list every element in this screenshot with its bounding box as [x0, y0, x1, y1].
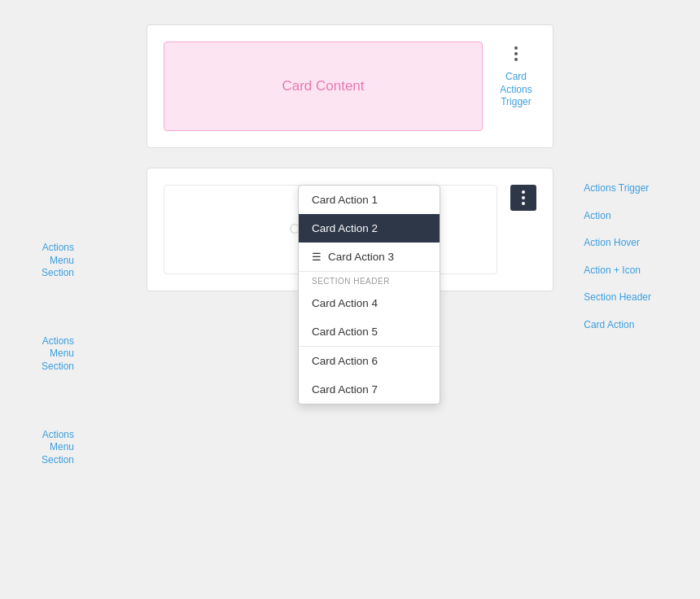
menu-item-5-label: Card Action 5	[312, 326, 378, 338]
card1-content-box: Card Content	[164, 42, 483, 131]
dot-3	[514, 58, 518, 61]
section-label-1: ActionsMenuSection	[42, 242, 74, 280]
menu-item-1-label: Card Action 1	[312, 194, 378, 206]
dot-a2	[522, 196, 525, 199]
annotation-action-hover: Action Hover	[584, 237, 640, 250]
menu-item-4[interactable]: Card Action 4	[299, 289, 440, 317]
dot-2	[514, 52, 518, 55]
section-label-3: ActionsMenuSection	[42, 429, 74, 467]
right-annotations: Actions Trigger Action Action Hover Acti…	[584, 182, 651, 332]
menu-item-6[interactable]: Card Action 6	[299, 347, 440, 375]
card1-three-dots-button[interactable]	[504, 42, 528, 66]
annotation-action: Action	[584, 210, 610, 223]
menu-item-3-label: Card Action 3	[328, 251, 394, 263]
menu-item-7-label: Card Action 7	[312, 383, 378, 396]
menu-item-1[interactable]: Card Action 1	[299, 186, 440, 214]
menu-item-2-label: Card Action 2	[312, 222, 378, 234]
card2-wrapper: Card Content Card Action 1 Card Action 2…	[147, 168, 553, 291]
annotation-action-icon: Action + Icon	[584, 265, 641, 278]
menu-item-7[interactable]: Card Action 7	[299, 375, 440, 404]
dot-a3	[522, 202, 525, 205]
card2-three-dots-button[interactable]	[510, 185, 536, 211]
actions-dropdown-menu: Card Action 1 Card Action 2 ☰ Card Actio…	[298, 185, 440, 404]
menu-item-4-label: Card Action 4	[312, 297, 378, 309]
annotation-section-header: Section Header	[584, 291, 651, 304]
menu-section-header: SECTION HEADER	[299, 271, 440, 289]
menu-item-6-label: Card Action 6	[312, 355, 378, 367]
section-label-2: ActionsMenuSection	[42, 335, 74, 374]
dot-1	[514, 46, 518, 50]
card1-trigger-label: CardActionsTrigger	[500, 71, 532, 109]
annotation-actions-trigger: Actions Trigger	[584, 182, 649, 195]
dot-a1	[522, 190, 525, 194]
card1-trigger-area: CardActionsTrigger	[496, 42, 536, 109]
annotation-card-action: Card Action	[584, 319, 634, 332]
menu-item-2[interactable]: Card Action 2	[299, 214, 440, 243]
section-labels: ActionsMenuSection ActionsMenuSection Ac…	[42, 242, 74, 466]
card1-content-label: Card Content	[282, 78, 364, 94]
card1-wrapper: Card Content CardActionsTrigger	[147, 24, 553, 148]
menu-item-5[interactable]: Card Action 5	[299, 317, 440, 346]
menu-item-3[interactable]: ☰ Card Action 3	[299, 243, 440, 271]
card2: Card Content Card Action 1 Card Action 2…	[147, 168, 553, 291]
card1: Card Content CardActionsTrigger	[147, 24, 553, 148]
menu-item-3-icon: ☰	[312, 251, 322, 263]
card2-trigger-area	[510, 185, 536, 211]
